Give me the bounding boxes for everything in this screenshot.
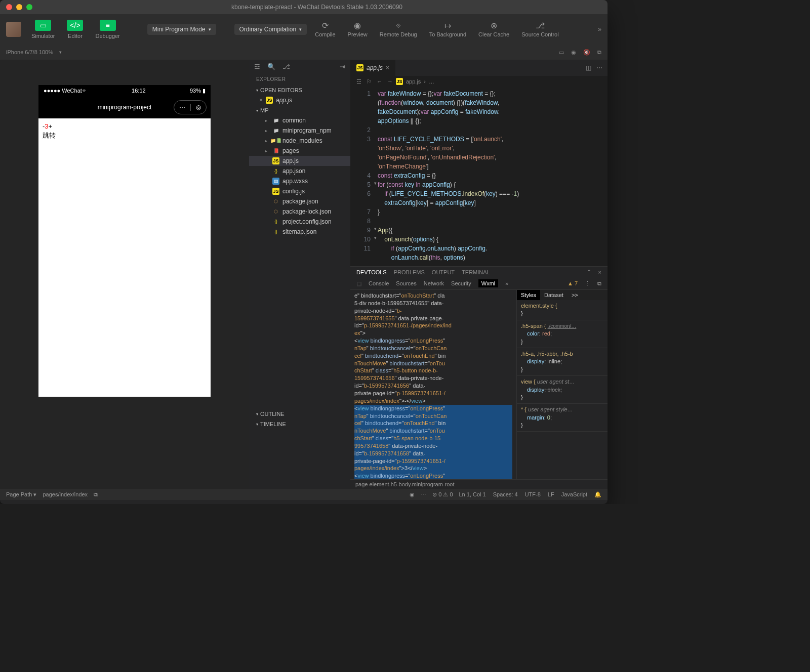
inspect-icon[interactable]: ⬚	[356, 280, 361, 287]
tab-app-js[interactable]: JSapp.js×	[350, 60, 395, 76]
folder-pages[interactable]: ▸pages	[249, 146, 350, 156]
sub-tab-console[interactable]: Console	[369, 280, 389, 286]
editor-more-icon[interactable]: ⋯	[596, 64, 602, 71]
more-icon[interactable]: »	[598, 26, 601, 33]
mode-dropdown[interactable]: Mini Program Mode	[147, 24, 216, 35]
record-icon[interactable]: ◉	[571, 49, 576, 56]
user-avatar[interactable]	[6, 22, 21, 37]
bell-icon[interactable]: 🔔	[594, 491, 601, 498]
file-app-wxss[interactable]: ▤app.wxss	[249, 176, 350, 186]
file-sitemap[interactable]: {}sitemap.json	[249, 227, 350, 237]
split-editor-icon[interactable]: ◫	[586, 64, 591, 71]
source-control-label: Source Control	[521, 31, 558, 37]
sub-tab-wxml[interactable]: Wxml	[478, 279, 499, 287]
styles-tab-dataset[interactable]: Dataset	[540, 290, 568, 300]
encoding[interactable]: UTF-8	[525, 491, 541, 498]
main-content: ●●●●● WeChatᯤ 16:12 93% ▮ miniprogram-pr…	[0, 60, 608, 489]
file-app-js[interactable]: JSapp.js	[249, 156, 350, 166]
code-editor[interactable]: 1var fakeWindow = {};var fakeDocument = …	[350, 87, 608, 266]
sub-tab-network[interactable]: Network	[424, 280, 444, 286]
compile-button[interactable]: ⟳Compile	[311, 19, 339, 39]
phone-content[interactable]: -3+ 跳转	[38, 118, 211, 397]
increment-button[interactable]: +	[49, 122, 53, 130]
close-tab-icon[interactable]: ×	[386, 64, 389, 71]
simulator-button[interactable]: ▭Simulator	[27, 18, 59, 41]
error-count[interactable]: ⊘ 0 ⚠ 0	[432, 491, 453, 498]
forward-icon[interactable]: →	[387, 78, 393, 85]
sub-tab-sources[interactable]: Sources	[396, 280, 416, 286]
folder-miniprogram-npm[interactable]: ▸miniprogram_npm	[249, 125, 350, 136]
kebab-icon[interactable]: ⋮	[585, 280, 590, 287]
capsule-close-icon[interactable]: ◎	[190, 104, 206, 111]
tab-terminal[interactable]: TERMINAL	[462, 269, 490, 275]
open-editor-item[interactable]: ×JSapp.js	[249, 95, 350, 105]
folder-node-modules[interactable]: ▸📗node_modules	[249, 136, 350, 146]
debugger-button[interactable]: ≡Debugger	[91, 18, 124, 41]
sub-tab-security[interactable]: Security	[451, 280, 471, 286]
device-icon[interactable]: ▭	[559, 49, 564, 56]
phone-time: 16:12	[88, 88, 190, 94]
copy-icon[interactable]: ⧉	[597, 49, 601, 56]
remote-debug-button[interactable]: ⟐Remote Debug	[376, 19, 421, 39]
cursor-position[interactable]: Ln 1, Col 1	[459, 491, 486, 498]
wxml-tree[interactable]: e" bindtouchstart="onTouchStart" cla5-di…	[350, 290, 516, 479]
to-background-button[interactable]: ↦To Background	[425, 19, 470, 39]
copy-path-icon[interactable]: ⧉	[94, 491, 98, 498]
page-path-label[interactable]: Page Path ▾	[6, 491, 36, 498]
navigate-link[interactable]: 跳转	[43, 131, 207, 140]
statusbar: Page Path ▾ pages/index/index ⧉ ◉ ⋯ ⊘ 0 …	[0, 489, 608, 500]
source-control-button[interactable]: ⎇Source Control	[517, 19, 562, 39]
minimize-window-button[interactable]	[16, 4, 22, 10]
search-icon[interactable]: 🔍	[267, 63, 275, 70]
page-path-value[interactable]: pages/index/index	[43, 491, 88, 497]
timeline-section[interactable]: TIMELINE	[249, 419, 350, 429]
branch-icon[interactable]: ⎇	[282, 63, 290, 70]
tab-problems[interactable]: PROBLEMS	[394, 269, 425, 275]
file-project-config[interactable]: {}project.config.json	[249, 217, 350, 227]
breadcrumb-file[interactable]: app.js	[406, 78, 421, 85]
list-icon[interactable]: ☲	[356, 78, 361, 85]
folder-common[interactable]: ▸common	[249, 115, 350, 125]
signal-icon: ●●●●●	[44, 88, 60, 94]
styles-tab-styles[interactable]: Styles	[517, 290, 540, 300]
outline-section[interactable]: OUTLINE	[249, 409, 350, 419]
indent-setting[interactable]: Spaces: 4	[493, 491, 518, 498]
chevron-up-icon[interactable]: ⌃	[587, 269, 591, 275]
bookmark-icon[interactable]: ⚐	[367, 78, 372, 85]
close-panel-icon[interactable]: ×	[598, 269, 601, 275]
styles-tab-more[interactable]: >>	[568, 290, 582, 300]
capsule-menu-icon[interactable]: ⋯	[174, 104, 190, 111]
styles-pane: Styles Dataset >> element.style {}.h5-sp…	[516, 290, 608, 479]
language-mode[interactable]: JavaScript	[561, 491, 587, 498]
capsule-button[interactable]: ⋯◎	[174, 100, 207, 114]
file-app-json[interactable]: {}app.json	[249, 166, 350, 176]
maximize-window-button[interactable]	[26, 4, 32, 10]
collapse-icon[interactable]: ☲	[254, 63, 260, 70]
close-window-button[interactable]	[6, 4, 12, 10]
tab-output[interactable]: OUTPUT	[432, 269, 455, 275]
compilation-dropdown[interactable]: Ordinary Compilation	[234, 24, 307, 35]
back-icon[interactable]: ←	[377, 78, 382, 85]
devtools-breadcrumb[interactable]: page element.h5-body.miniprogram-root	[350, 479, 608, 489]
file-package-lock[interactable]: ⬡package-lock.json	[249, 206, 350, 217]
file-config-js[interactable]: JSconfig.js	[249, 186, 350, 196]
preview-eye-icon[interactable]: ◉	[410, 491, 415, 498]
mute-icon[interactable]: 🔇	[583, 49, 590, 56]
explorer-title: EXPLORER	[249, 73, 350, 85]
device-selector[interactable]: iPhone 6/7/8 100%	[6, 49, 53, 55]
project-root[interactable]: MP	[249, 105, 350, 115]
editor-button[interactable]: </>Editor	[63, 18, 87, 41]
warning-badge[interactable]: ▲ 7	[568, 280, 578, 286]
open-editors-section[interactable]: OPEN EDITORS	[249, 85, 350, 95]
eol[interactable]: LF	[548, 491, 554, 498]
clear-cache-button[interactable]: ⊗Clear Cache	[474, 19, 513, 39]
dock-icon[interactable]: ⧉	[597, 280, 601, 287]
remote-debug-label: Remote Debug	[380, 31, 417, 37]
collapse-all-icon[interactable]: ⇥	[340, 63, 345, 70]
more-tabs-icon[interactable]: »	[505, 280, 508, 286]
tab-devtools[interactable]: DEVTOOLS	[356, 269, 387, 275]
preview-button[interactable]: ◉Preview	[344, 19, 372, 39]
devtools-window: kbone-template-preact - WeChat Devtools …	[0, 0, 608, 504]
statusbar-more-icon[interactable]: ⋯	[421, 491, 426, 498]
file-package-json[interactable]: ⬡package.json	[249, 196, 350, 206]
